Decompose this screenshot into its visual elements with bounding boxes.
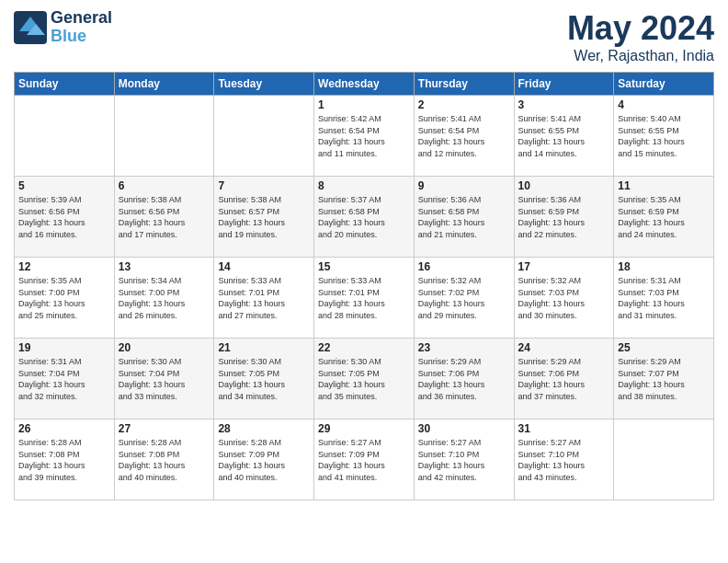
day-number: 7 (218, 179, 310, 192)
day-cell-27: 27Sunrise: 5:28 AM Sunset: 7:08 PM Dayli… (114, 419, 214, 500)
day-info: Sunrise: 5:29 AM Sunset: 7:06 PM Dayligh… (518, 356, 610, 402)
day-number: 29 (318, 422, 410, 435)
day-info: Sunrise: 5:28 AM Sunset: 7:08 PM Dayligh… (119, 437, 210, 483)
day-cell-26: 26Sunrise: 5:28 AM Sunset: 7:08 PM Dayli… (15, 419, 115, 500)
day-cell-16: 16Sunrise: 5:32 AM Sunset: 7:02 PM Dayli… (414, 258, 514, 339)
day-cell-23: 23Sunrise: 5:29 AM Sunset: 7:06 PM Dayli… (414, 339, 514, 419)
day-number: 3 (518, 98, 610, 111)
day-cell-31: 31Sunrise: 5:27 AM Sunset: 7:10 PM Dayli… (514, 419, 614, 500)
day-info: Sunrise: 5:32 AM Sunset: 7:02 PM Dayligh… (418, 275, 510, 321)
day-number: 28 (218, 422, 310, 435)
day-number: 23 (418, 341, 510, 354)
day-cell-20: 20Sunrise: 5:30 AM Sunset: 7:04 PM Dayli… (114, 339, 214, 419)
day-cell-14: 14Sunrise: 5:33 AM Sunset: 7:01 PM Dayli… (214, 258, 314, 339)
day-number: 22 (318, 341, 410, 354)
day-number: 19 (18, 341, 110, 354)
empty-cell (15, 96, 115, 177)
weekday-header-monday: Monday (114, 73, 214, 96)
day-info: Sunrise: 5:29 AM Sunset: 7:06 PM Dayligh… (418, 356, 510, 402)
calendar-page: General Blue May 2024 Wer, Rajasthan, In… (0, 0, 728, 510)
empty-cell (214, 96, 314, 177)
day-number: 8 (318, 179, 410, 192)
day-number: 30 (418, 422, 510, 435)
day-info: Sunrise: 5:30 AM Sunset: 7:04 PM Dayligh… (119, 356, 210, 402)
day-number: 13 (119, 260, 210, 273)
day-info: Sunrise: 5:31 AM Sunset: 7:03 PM Dayligh… (618, 275, 710, 321)
day-number: 4 (618, 98, 710, 111)
day-info: Sunrise: 5:41 AM Sunset: 6:55 PM Dayligh… (518, 113, 610, 159)
day-info: Sunrise: 5:27 AM Sunset: 7:09 PM Dayligh… (318, 437, 410, 483)
day-number: 21 (218, 341, 310, 354)
day-cell-28: 28Sunrise: 5:28 AM Sunset: 7:09 PM Dayli… (214, 419, 314, 500)
weekday-header-row: SundayMondayTuesdayWednesdayThursdayFrid… (15, 73, 714, 96)
day-cell-5: 5Sunrise: 5:39 AM Sunset: 6:56 PM Daylig… (15, 177, 115, 258)
day-number: 25 (618, 341, 710, 354)
day-cell-19: 19Sunrise: 5:31 AM Sunset: 7:04 PM Dayli… (15, 339, 115, 419)
day-info: Sunrise: 5:30 AM Sunset: 7:05 PM Dayligh… (318, 356, 410, 402)
week-row-3: 12Sunrise: 5:35 AM Sunset: 7:00 PM Dayli… (15, 258, 714, 339)
day-info: Sunrise: 5:40 AM Sunset: 6:55 PM Dayligh… (618, 113, 710, 159)
empty-cell (614, 419, 714, 500)
weekday-header-friday: Friday (514, 73, 614, 96)
day-cell-30: 30Sunrise: 5:27 AM Sunset: 7:10 PM Dayli… (414, 419, 514, 500)
day-number: 16 (418, 260, 510, 273)
day-info: Sunrise: 5:28 AM Sunset: 7:09 PM Dayligh… (218, 437, 310, 483)
day-number: 26 (18, 422, 110, 435)
weekday-header-tuesday: Tuesday (214, 73, 314, 96)
day-info: Sunrise: 5:39 AM Sunset: 6:56 PM Dayligh… (18, 194, 110, 240)
day-cell-15: 15Sunrise: 5:33 AM Sunset: 7:01 PM Dayli… (314, 258, 415, 339)
day-number: 10 (518, 179, 610, 192)
day-info: Sunrise: 5:34 AM Sunset: 7:00 PM Dayligh… (119, 275, 210, 321)
day-cell-2: 2Sunrise: 5:41 AM Sunset: 6:54 PM Daylig… (414, 96, 514, 177)
day-number: 2 (418, 98, 510, 111)
day-number: 24 (518, 341, 610, 354)
logo: General Blue (14, 9, 112, 46)
weekday-header-sunday: Sunday (15, 73, 115, 96)
day-number: 11 (618, 179, 710, 192)
day-number: 27 (119, 422, 210, 435)
day-info: Sunrise: 5:29 AM Sunset: 7:07 PM Dayligh… (618, 356, 710, 402)
day-info: Sunrise: 5:35 AM Sunset: 6:59 PM Dayligh… (618, 194, 710, 240)
day-number: 6 (119, 179, 210, 192)
week-row-2: 5Sunrise: 5:39 AM Sunset: 6:56 PM Daylig… (15, 177, 714, 258)
day-cell-11: 11Sunrise: 5:35 AM Sunset: 6:59 PM Dayli… (614, 177, 714, 258)
day-info: Sunrise: 5:37 AM Sunset: 6:58 PM Dayligh… (318, 194, 410, 240)
day-info: Sunrise: 5:33 AM Sunset: 7:01 PM Dayligh… (218, 275, 310, 321)
day-cell-6: 6Sunrise: 5:38 AM Sunset: 6:56 PM Daylig… (114, 177, 214, 258)
weekday-header-saturday: Saturday (614, 73, 714, 96)
day-info: Sunrise: 5:31 AM Sunset: 7:04 PM Dayligh… (18, 356, 110, 402)
day-cell-12: 12Sunrise: 5:35 AM Sunset: 7:00 PM Dayli… (15, 258, 115, 339)
logo-line1: General (51, 9, 112, 28)
day-number: 9 (418, 179, 510, 192)
day-cell-4: 4Sunrise: 5:40 AM Sunset: 6:55 PM Daylig… (614, 96, 714, 177)
day-info: Sunrise: 5:27 AM Sunset: 7:10 PM Dayligh… (518, 437, 610, 483)
title-block: May 2024 Wer, Rajasthan, India (567, 9, 714, 64)
day-cell-10: 10Sunrise: 5:36 AM Sunset: 6:59 PM Dayli… (514, 177, 614, 258)
day-cell-9: 9Sunrise: 5:36 AM Sunset: 6:58 PM Daylig… (414, 177, 514, 258)
day-number: 15 (318, 260, 410, 273)
week-row-1: 1Sunrise: 5:42 AM Sunset: 6:54 PM Daylig… (15, 96, 714, 177)
week-row-4: 19Sunrise: 5:31 AM Sunset: 7:04 PM Dayli… (15, 339, 714, 419)
day-cell-1: 1Sunrise: 5:42 AM Sunset: 6:54 PM Daylig… (314, 96, 415, 177)
day-info: Sunrise: 5:30 AM Sunset: 7:05 PM Dayligh… (218, 356, 310, 402)
day-cell-17: 17Sunrise: 5:32 AM Sunset: 7:03 PM Dayli… (514, 258, 614, 339)
weekday-header-wednesday: Wednesday (314, 73, 415, 96)
day-number: 20 (119, 341, 210, 354)
day-number: 17 (518, 260, 610, 273)
day-cell-7: 7Sunrise: 5:38 AM Sunset: 6:57 PM Daylig… (214, 177, 314, 258)
header: General Blue May 2024 Wer, Rajasthan, In… (14, 9, 714, 64)
week-row-5: 26Sunrise: 5:28 AM Sunset: 7:08 PM Dayli… (15, 419, 714, 500)
day-info: Sunrise: 5:41 AM Sunset: 6:54 PM Dayligh… (418, 113, 510, 159)
day-number: 12 (18, 260, 110, 273)
day-info: Sunrise: 5:36 AM Sunset: 6:59 PM Dayligh… (518, 194, 610, 240)
day-info: Sunrise: 5:38 AM Sunset: 6:56 PM Dayligh… (119, 194, 210, 240)
day-info: Sunrise: 5:28 AM Sunset: 7:08 PM Dayligh… (18, 437, 110, 483)
day-number: 31 (518, 422, 610, 435)
logo-line2: Blue (51, 28, 112, 46)
title-location: Wer, Rajasthan, India (567, 48, 714, 64)
day-cell-24: 24Sunrise: 5:29 AM Sunset: 7:06 PM Dayli… (514, 339, 614, 419)
title-month: May 2024 (567, 9, 714, 48)
empty-cell (114, 96, 214, 177)
weekday-header-thursday: Thursday (414, 73, 514, 96)
day-info: Sunrise: 5:32 AM Sunset: 7:03 PM Dayligh… (518, 275, 610, 321)
